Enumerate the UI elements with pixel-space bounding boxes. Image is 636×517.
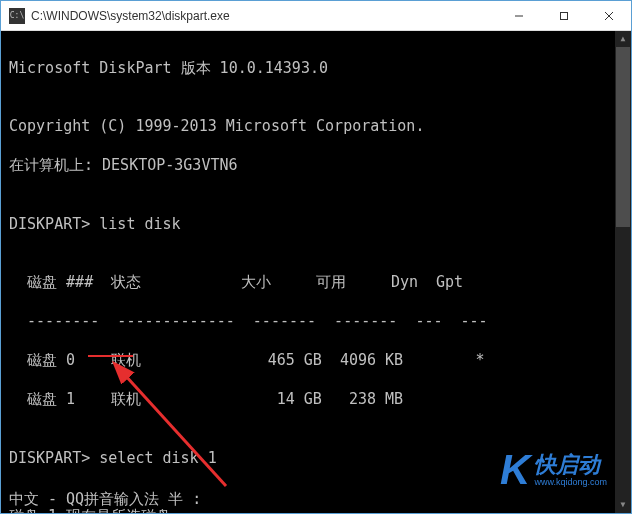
scroll-up-arrow-icon[interactable]: ▲ (615, 31, 631, 47)
maximize-button[interactable] (541, 1, 586, 30)
scrollbar-thumb[interactable] (616, 47, 630, 227)
output-line: 在计算机上: DESKTOP-3G3VTN6 (9, 156, 631, 176)
output-line: 磁盘 1 联机 14 GB 238 MB (9, 390, 631, 410)
output-line: DISKPART> list disk (9, 215, 631, 235)
watermark-url: www.kqidong.com (534, 478, 607, 487)
output-line: -------- ------------- ------- ------- -… (9, 312, 631, 332)
titlebar: C:\ C:\WINDOWS\system32\diskpart.exe (1, 1, 631, 31)
scroll-down-arrow-icon[interactable]: ▼ (615, 497, 631, 513)
output-line: 磁盘 0 联机 465 GB 4096 KB * (9, 351, 631, 371)
app-icon: C:\ (9, 8, 25, 24)
output-line: DISKPART> select disk 1 (9, 449, 631, 469)
window-controls (496, 1, 631, 30)
output-line: 磁盘 ### 状态 大小 可用 Dyn Gpt (9, 273, 631, 293)
annotation-underline (88, 355, 133, 357)
window-title: C:\WINDOWS\system32\diskpart.exe (31, 9, 496, 23)
terminal-output[interactable]: Microsoft DiskPart 版本 10.0.14393.0 Copyr… (1, 31, 631, 513)
output-line: Microsoft DiskPart 版本 10.0.14393.0 (9, 59, 631, 79)
output-line: Copyright (C) 1999-2013 Microsoft Corpor… (9, 117, 631, 137)
close-button[interactable] (586, 1, 631, 30)
annotation-arrow (106, 356, 256, 506)
minimize-button[interactable] (496, 1, 541, 30)
ime-status: 中文 - QQ拼音输入法 半 : (9, 490, 201, 510)
console-window: C:\ C:\WINDOWS\system32\diskpart.exe Mic… (0, 0, 632, 514)
svg-rect-1 (560, 12, 567, 19)
vertical-scrollbar[interactable]: ▲ ▼ (615, 31, 631, 513)
